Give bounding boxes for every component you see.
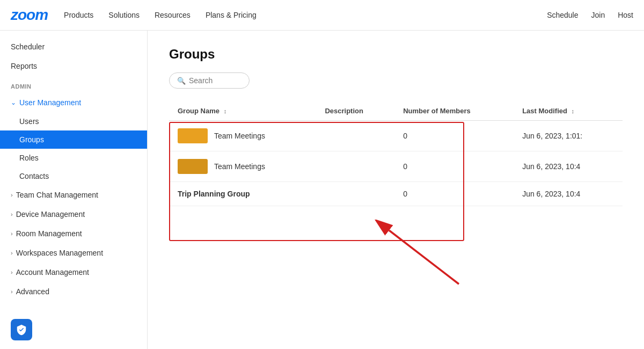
chevron-right-icon: › [11,192,13,198]
group-color-icon [178,159,208,174]
nav-schedule[interactable]: Schedule [547,11,578,19]
group-last-modified: Jun 6, 2023, 10:4 [514,182,623,206]
shield-check-icon [16,324,27,336]
sidebar-workspaces-label: Workspaces Management [16,249,103,257]
sidebar-item-account[interactable]: › Account Management [0,263,147,282]
groups-table: Group Name ↕ Description Number of Membe… [169,101,623,206]
page-title: Groups [169,47,623,62]
group-name-label: Trip Planning Group [178,190,250,198]
nav-solutions[interactable]: Solutions [108,9,140,21]
sidebar-item-contacts[interactable]: Contacts [0,167,147,185]
sidebar-item-users[interactable]: Users [0,112,147,130]
group-color-icon [178,128,208,143]
security-badge[interactable] [11,319,32,340]
group-name-cell: Trip Planning Group [169,182,316,206]
sidebar-room-label: Room Management [16,229,82,238]
group-last-modified: Jun 6, 2023, 10:4 [514,151,623,182]
group-members: 0 [394,121,514,151]
group-name-label: Team Meetings [214,162,265,171]
sidebar-item-device[interactable]: › Device Management [0,205,147,224]
admin-section-label: ADMIN [0,76,147,93]
annotation-arrow [373,220,470,291]
sidebar-item-advanced[interactable]: › Advanced [0,282,147,301]
top-navigation: zoom Products Solutions Resources Plans … [0,0,644,31]
group-name-cell: Team Meetings [169,121,316,151]
sidebar-item-scheduler[interactable]: Scheduler [0,37,147,56]
search-icon: 🔍 [177,77,186,85]
chevron-right-icon: › [11,288,13,295]
sidebar-advanced-label: Advanced [16,287,49,296]
nav-right: Schedule Join Host [547,11,633,19]
chevron-down-icon: ⌄ [11,99,16,106]
group-name-label: Team Meetings [214,132,265,140]
col-members: Number of Members [394,101,514,121]
search-input[interactable] [189,76,241,85]
sort-icon-modified: ↕ [572,108,575,114]
sidebar-device-label: Device Management [16,210,85,219]
col-last-modified: Last Modified ↕ [514,101,623,121]
nav-links: Products Solutions Resources Plans & Pri… [64,9,547,21]
nav-host[interactable]: Host [618,11,633,19]
col-description: Description [316,101,394,121]
table-row[interactable]: Trip Planning Group 0 Jun 6, 2023, 10:4 [169,182,623,206]
sort-icon: ↕ [224,108,227,114]
sidebar-item-team-chat[interactable]: › Team Chat Management [0,185,147,205]
sidebar-team-chat-label: Team Chat Management [16,191,98,199]
table-row[interactable]: Team Meetings 0 Jun 6, 2023, 1:01: [169,121,623,151]
group-description [316,151,394,182]
chevron-right-icon: › [11,269,13,275]
group-name-cell: Team Meetings [169,151,316,182]
sidebar-item-groups[interactable]: Groups [0,130,147,149]
sidebar-user-management[interactable]: ⌄ User Management [0,93,147,112]
nav-plans-pricing[interactable]: Plans & Pricing [206,9,257,21]
sidebar-item-reports[interactable]: Reports [0,56,147,76]
svg-line-1 [389,230,459,284]
group-description [316,121,394,151]
nav-products[interactable]: Products [64,9,93,21]
chevron-right-icon: › [11,250,13,256]
group-description [316,182,394,206]
table-row[interactable]: Team Meetings 0 Jun 6, 2023, 10:4 [169,151,623,182]
sidebar-item-roles[interactable]: Roles [0,149,147,167]
sidebar-item-room[interactable]: › Room Management [0,224,147,243]
group-members: 0 [394,151,514,182]
sidebar-user-management-label: User Management [19,98,81,107]
nav-resources[interactable]: Resources [155,9,191,21]
group-last-modified: Jun 6, 2023, 1:01: [514,121,623,151]
sidebar-account-label: Account Management [16,268,89,277]
col-group-name: Group Name ↕ [169,101,316,121]
main-content: Groups 🔍 Group Name ↕ Description Numb [148,31,644,349]
chevron-right-icon: › [11,211,13,217]
main-layout: Scheduler Reports ADMIN ⌄ User Managemen… [0,31,644,349]
nav-join[interactable]: Join [591,11,605,19]
group-members: 0 [394,182,514,206]
sidebar-item-workspaces[interactable]: › Workspaces Management [0,243,147,263]
search-box[interactable]: 🔍 [169,72,250,89]
chevron-right-icon: › [11,230,13,237]
sidebar: Scheduler Reports ADMIN ⌄ User Managemen… [0,31,148,349]
groups-table-wrapper: Group Name ↕ Description Number of Membe… [169,101,623,206]
zoom-logo[interactable]: zoom [11,6,48,24]
